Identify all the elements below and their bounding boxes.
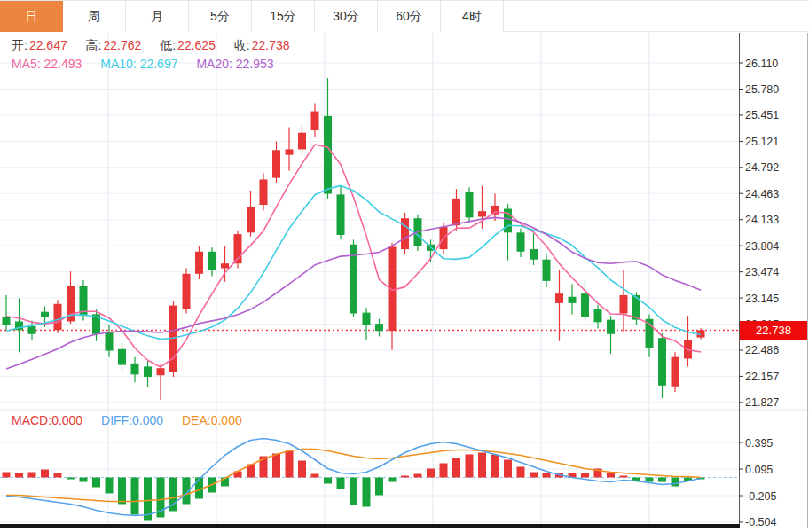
macd-histogram-bar <box>375 478 383 496</box>
candle <box>569 297 577 303</box>
candle <box>555 293 563 303</box>
macd-histogram-bar <box>41 470 49 478</box>
y-axis-tick-label: 23.474 <box>745 266 779 278</box>
macd-histogram-bar <box>311 474 319 478</box>
tab-4hour[interactable]: 4时 <box>441 1 504 32</box>
open-readout: 开:22.647 <box>12 38 67 52</box>
grid-layer <box>0 33 739 524</box>
macd-histogram-bar <box>543 473 551 478</box>
macd-histogram-bar <box>414 474 422 478</box>
macd-readout: MACD:0.000 <box>12 413 82 427</box>
candle <box>478 211 486 216</box>
macd-histogram-bar <box>67 478 75 480</box>
y-axis-tick-label: 22.486 <box>745 344 779 356</box>
candle <box>157 368 165 375</box>
macd-histogram-bar <box>54 473 62 478</box>
candle <box>466 192 474 218</box>
candle <box>530 249 538 260</box>
candle <box>41 312 49 317</box>
chart-application-window: 日 周 月 5分 15分 30分 60分 4时 26.11025.78025.4… <box>0 0 809 532</box>
macd-histogram-bar <box>131 478 139 515</box>
dea-readout: DEA:0.000 <box>182 413 242 427</box>
macd-histogram-bar <box>440 464 448 478</box>
candle <box>28 326 36 334</box>
tab-30min[interactable]: 30分 <box>315 1 378 32</box>
macd-histogram-bar <box>324 478 332 484</box>
low-readout: 低:22.625 <box>160 38 216 52</box>
candle <box>581 293 589 317</box>
candle <box>375 324 383 331</box>
macd-histogram-bar <box>28 473 36 478</box>
tab-month[interactable]: 月 <box>126 1 189 32</box>
y-axis-tick-label: 24.133 <box>745 214 779 226</box>
candle <box>594 309 602 322</box>
tab-15min[interactable]: 15分 <box>252 1 315 32</box>
axis-layer: 26.11025.78025.45125.12124.79224.46324.1… <box>0 33 809 528</box>
timeframe-tabbar: 日 周 月 5分 15分 30分 60分 4时 <box>0 0 809 32</box>
macd-layer <box>0 439 739 521</box>
macd-histogram-bar <box>478 453 486 478</box>
ma20-readout: MA20: 22.953 <box>196 57 273 71</box>
candle <box>118 349 126 365</box>
candle <box>620 295 628 314</box>
candle <box>363 313 371 325</box>
last-price-badge: 22.738 <box>740 321 807 340</box>
y-axis-tick-label: 21.827 <box>745 396 779 409</box>
y-axis-tick-label: 25.121 <box>745 136 779 148</box>
macd-histogram-bar <box>646 478 654 482</box>
macd-histogram-bar <box>286 451 294 478</box>
candle <box>401 218 409 249</box>
macd-histogram-bar <box>658 478 666 482</box>
macd-histogram-bar <box>672 478 679 487</box>
macd-histogram-bar <box>298 461 306 478</box>
macd-histogram-bar <box>363 478 371 507</box>
candle <box>221 263 229 268</box>
macd-histogram-bar <box>389 478 397 482</box>
y-axis-tick-label: 25.451 <box>745 109 779 121</box>
tab-week[interactable]: 周 <box>63 1 126 32</box>
macd-histogram-bar <box>118 478 126 505</box>
candle <box>131 364 139 375</box>
candle <box>54 304 62 331</box>
macd-histogram-bar <box>401 476 409 478</box>
tab-60min[interactable]: 60分 <box>378 1 441 32</box>
tab-5min[interactable]: 5分 <box>189 1 252 32</box>
candle <box>658 338 666 386</box>
y-axis-tick-label: 25.780 <box>745 83 779 96</box>
macd-histogram-bar <box>530 473 538 478</box>
y-axis-tick-label: 22.157 <box>745 371 779 383</box>
y-axis-tick-label: 23.145 <box>745 293 779 305</box>
tab-day[interactable]: 日 <box>0 1 63 32</box>
y-axis-tick-label: -0.205 <box>745 490 776 503</box>
y-axis-tick-label: 26.110 <box>745 58 778 70</box>
candle <box>272 150 280 177</box>
ohlc-info-row: 开:22.647 高:22.762 低:22.625 收:22.738 <box>12 38 305 54</box>
candle <box>298 133 306 150</box>
candle <box>286 149 294 154</box>
macd-histogram-bar <box>452 458 460 478</box>
macd-histogram-bar <box>15 473 23 478</box>
candle <box>311 112 319 130</box>
candle <box>208 252 216 270</box>
macd-histogram-bar <box>350 478 357 505</box>
x-axis-bottom-bar <box>0 524 740 528</box>
candle <box>452 199 460 225</box>
macd-histogram-bar <box>581 473 589 478</box>
y-axis-tick-label: 23.804 <box>745 240 779 253</box>
candle <box>106 332 114 350</box>
macd-histogram-bar <box>92 478 100 488</box>
ma5-readout: MA5: 22.493 <box>12 57 82 71</box>
macd-histogram-bar <box>272 454 280 478</box>
price-chart-canvas[interactable]: 26.11025.78025.45125.12124.79224.46324.1… <box>0 0 809 532</box>
high-readout: 高:22.762 <box>86 38 142 52</box>
y-axis-tick-label: 24.792 <box>745 161 779 174</box>
macd-histogram-bar <box>504 460 512 478</box>
macd-histogram-bar <box>80 478 88 482</box>
candle <box>144 366 152 377</box>
y-axis-tick-label: 24.463 <box>745 188 779 200</box>
macd-histogram-bar <box>427 469 435 478</box>
y-axis-tick-label: 0.395 <box>745 437 773 450</box>
macd-histogram-bar <box>337 478 345 489</box>
macd-histogram-bar <box>3 473 11 478</box>
candle <box>491 206 499 215</box>
